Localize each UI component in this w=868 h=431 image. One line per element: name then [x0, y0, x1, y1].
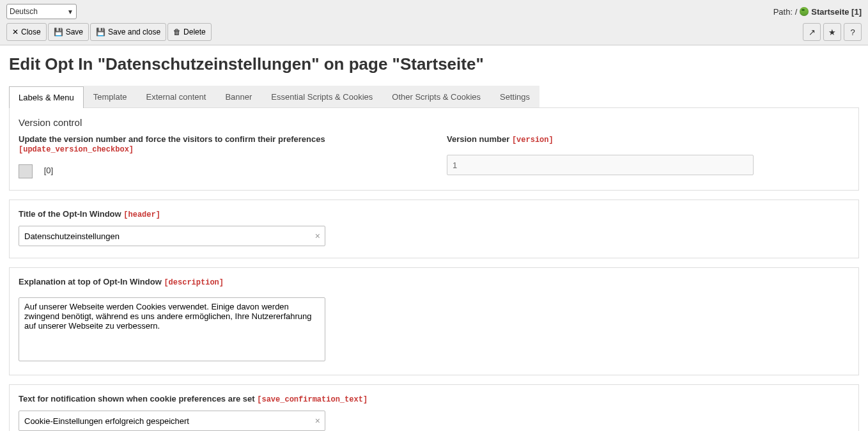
checkbox-hint: [0] [44, 166, 53, 175]
save-conf-label: Text for notification shown when cookie … [19, 394, 849, 404]
update-version-tech: [update_version_checkbox] [19, 145, 134, 154]
description-textarea[interactable] [19, 297, 325, 361]
version-number-input[interactable] [447, 155, 754, 175]
save-close-icon: 💾 [96, 27, 105, 36]
description-field-tech: [description] [164, 278, 224, 287]
description-field-label: Explanation at top of Opt-In Window [des… [19, 277, 849, 287]
save-icon: 💾 [54, 27, 63, 36]
save-conf-tech: [save_confirmation_text] [257, 395, 368, 404]
tab-settings[interactable]: Settings [490, 86, 539, 107]
globe-icon [800, 7, 809, 16]
section-version-control: Version control [19, 117, 849, 128]
close-button[interactable]: ✕ Close [6, 23, 47, 41]
save-conf-input[interactable] [19, 411, 325, 431]
language-value: Deutsch [10, 7, 38, 16]
title-field-tech: [header] [123, 210, 160, 219]
tab-labels-menu[interactable]: Labels & Menu [9, 86, 84, 108]
tab-other-scripts[interactable]: Other Scripts & Cookies [382, 86, 490, 107]
trash-icon: 🗑 [173, 27, 181, 36]
tab-template[interactable]: Template [84, 86, 137, 107]
clear-save-conf-icon[interactable]: × [315, 416, 320, 426]
delete-button[interactable]: 🗑 Delete [167, 23, 212, 41]
version-number-tech: [version] [512, 136, 554, 145]
version-number-label: Version number [version] [447, 134, 849, 145]
save-label: Save [66, 27, 83, 36]
tab-essential-scripts[interactable]: Essential Scripts & Cookies [261, 86, 382, 107]
breadcrumb: Path: / Startseite [1] [773, 7, 862, 17]
save-close-button[interactable]: 💾 Save and close [90, 23, 166, 41]
save-close-label: Save and close [108, 27, 160, 36]
help-icon: ? [850, 27, 855, 37]
star-icon: ★ [828, 27, 836, 37]
tab-banner[interactable]: Banner [215, 86, 261, 107]
tab-external-content[interactable]: External content [136, 86, 215, 107]
clear-title-icon[interactable]: × [315, 231, 320, 241]
breadcrumb-current[interactable]: Startseite [1] [811, 7, 862, 17]
close-label: Close [21, 27, 41, 36]
save-button[interactable]: 💾 Save [48, 23, 89, 41]
update-version-label: Update the version number and force the … [19, 134, 421, 154]
favorite-button[interactable]: ★ [823, 23, 841, 41]
language-select[interactable]: Deutsch ▼ [6, 4, 77, 19]
page-title: Edit Opt In "Datenschutzeinstellungen" o… [9, 54, 859, 74]
close-icon: ✕ [12, 27, 19, 36]
title-field-label: Title of the Opt-In Window [header] [19, 209, 849, 219]
title-input[interactable] [19, 226, 325, 246]
chevron-down-icon: ▼ [67, 8, 74, 15]
help-button[interactable]: ? [844, 23, 862, 41]
update-version-checkbox[interactable] [19, 164, 33, 178]
external-link-icon: ↗ [809, 27, 816, 37]
external-link-button[interactable]: ↗ [803, 23, 821, 41]
path-prefix: Path: / [773, 7, 798, 17]
delete-label: Delete [183, 27, 206, 36]
